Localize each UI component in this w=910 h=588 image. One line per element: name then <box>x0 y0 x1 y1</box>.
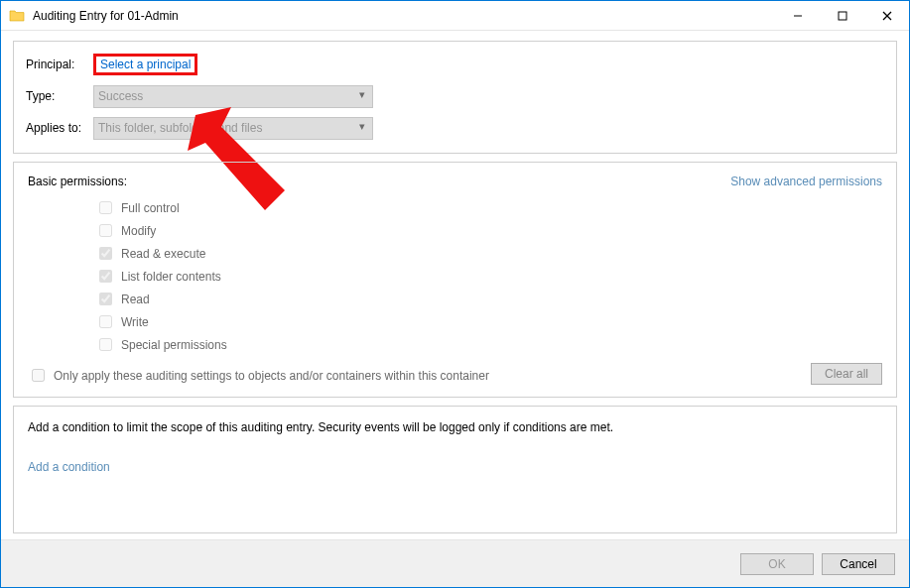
permission-item[interactable]: Special permissions <box>95 335 882 354</box>
permission-item[interactable]: Write <box>95 312 882 331</box>
principal-label: Principal: <box>26 58 93 71</box>
cancel-button[interactable]: Cancel <box>822 553 895 575</box>
folder-icon <box>9 8 25 24</box>
permission-checkbox[interactable] <box>99 201 112 214</box>
permission-item[interactable]: Modify <box>95 221 882 240</box>
condition-panel: Add a condition to limit the scope of th… <box>13 406 897 533</box>
basic-permissions-label: Basic permissions: <box>28 175 127 188</box>
close-button[interactable] <box>864 1 909 31</box>
permissions-panel: Basic permissions: Show advanced permiss… <box>13 162 897 398</box>
window-title: Auditing Entry for 01-Admin <box>33 9 179 23</box>
type-select[interactable]: Success <box>93 85 373 108</box>
permission-checkbox[interactable] <box>99 293 112 305</box>
maximize-button[interactable] <box>820 1 864 31</box>
permission-checkbox[interactable] <box>99 224 112 237</box>
permission-checkbox[interactable] <box>99 315 112 328</box>
clear-all-button[interactable]: Clear all <box>811 363 882 385</box>
permission-item[interactable]: Full control <box>95 198 882 217</box>
only-apply-row[interactable]: Only apply these auditing settings to ob… <box>28 366 882 385</box>
permission-label: Read <box>121 293 150 306</box>
permission-checkbox[interactable] <box>99 270 112 283</box>
only-apply-checkbox[interactable] <box>32 369 45 382</box>
titlebar: Auditing Entry for 01-Admin <box>1 1 909 31</box>
show-advanced-link[interactable]: Show advanced permissions <box>730 175 882 188</box>
applies-select[interactable]: This folder, subfolders and files <box>93 117 373 140</box>
dialog-footer: OK Cancel <box>1 539 909 587</box>
permission-label: Read & execute <box>121 247 205 261</box>
permission-checkbox[interactable] <box>99 338 112 351</box>
permission-item[interactable]: Read & execute <box>95 244 882 263</box>
condition-description: Add a condition to limit the scope of th… <box>28 420 882 434</box>
minimize-button[interactable] <box>775 1 820 31</box>
permissions-list: Full controlModifyRead & executeList fol… <box>95 198 882 354</box>
svg-rect-1 <box>839 12 846 20</box>
select-principal-link[interactable]: Select a principal <box>100 58 191 71</box>
content-area: Principal: Select a principal Type: Succ… <box>1 31 909 539</box>
applies-label: Applies to: <box>26 121 93 135</box>
window: Auditing Entry for 01-Admin Principal: S… <box>0 0 910 588</box>
permission-label: List folder contents <box>121 270 221 284</box>
permission-label: Full control <box>121 201 180 215</box>
permission-label: Write <box>121 315 149 329</box>
add-condition-link[interactable]: Add a condition <box>28 460 882 474</box>
select-principal-highlight: Select a principal <box>93 54 197 75</box>
only-apply-label: Only apply these auditing settings to ob… <box>54 369 489 383</box>
permission-item[interactable]: Read <box>95 290 882 308</box>
permission-label: Modify <box>121 224 156 238</box>
principal-panel: Principal: Select a principal Type: Succ… <box>13 41 897 154</box>
permission-label: Special permissions <box>121 338 227 352</box>
permission-checkbox[interactable] <box>99 247 112 260</box>
type-label: Type: <box>26 89 93 103</box>
permission-item[interactable]: List folder contents <box>95 267 882 286</box>
ok-button[interactable]: OK <box>740 553 814 575</box>
